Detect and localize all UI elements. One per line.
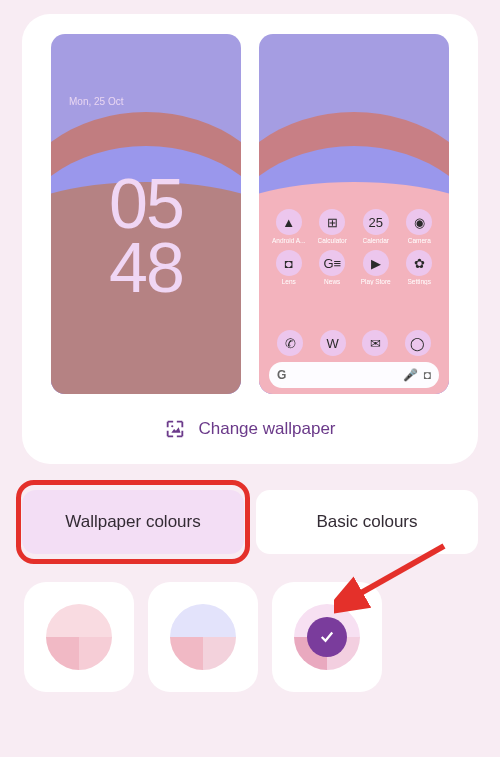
app-4[interactable]: ◘Lens — [269, 250, 309, 285]
tab-basic-label: Basic colours — [316, 512, 417, 531]
app-0[interactable]: ▲Android A... — [269, 209, 309, 244]
homescreen-preview[interactable]: ▲Android A...⊞Calculator25Calendar◉Camer… — [259, 34, 449, 394]
wallpaper-icon — [164, 418, 186, 440]
app-icon: ◘ — [276, 250, 302, 276]
app-label: Lens — [282, 278, 296, 285]
selected-check-icon — [307, 617, 347, 657]
change-wallpaper-label: Change wallpaper — [198, 419, 335, 439]
colour-preview — [170, 604, 236, 670]
app-5[interactable]: G≡News — [313, 250, 353, 285]
change-wallpaper-button[interactable]: Change wallpaper — [42, 418, 458, 440]
swatch-purple[interactable] — [272, 582, 382, 692]
wallpaper-previews: Mon, 25 Oct 05 48 ▲Android A...⊞Calculat… — [42, 34, 458, 394]
google-g-icon: G — [277, 368, 286, 382]
tab-wallpaper-colours[interactable]: Wallpaper colours — [22, 490, 244, 554]
home-dock: ✆W✉◯ — [269, 330, 439, 356]
app-label: Camera — [408, 237, 431, 244]
app-label: News — [324, 278, 340, 285]
app-label: Calendar — [363, 237, 389, 244]
app-1[interactable]: ⊞Calculator — [313, 209, 353, 244]
app-label: Calculator — [318, 237, 347, 244]
tab-basic-colours[interactable]: Basic colours — [256, 490, 478, 554]
dock-browser[interactable]: ◯ — [405, 330, 431, 356]
app-label: Play Store — [361, 278, 391, 285]
dock-wear[interactable]: W — [320, 330, 346, 356]
swatch-blue[interactable] — [148, 582, 258, 692]
app-icon: ⊞ — [319, 209, 345, 235]
app-icon: 25 — [363, 209, 389, 235]
lens-icon[interactable]: ◘ — [424, 368, 431, 382]
app-2[interactable]: 25Calendar — [356, 209, 396, 244]
app-icon: ▶ — [363, 250, 389, 276]
app-6[interactable]: ▶Play Store — [356, 250, 396, 285]
colour-source-tabs: Wallpaper colours Basic colours — [22, 490, 478, 554]
lock-hour: 05 — [51, 172, 241, 236]
svg-point-0 — [172, 425, 174, 427]
colour-preview — [46, 604, 112, 670]
app-3[interactable]: ◉Camera — [400, 209, 440, 244]
lock-date: Mon, 25 Oct — [69, 96, 123, 107]
dock-phone[interactable]: ✆ — [277, 330, 303, 356]
home-app-grid: ▲Android A...⊞Calculator25Calendar◉Camer… — [269, 209, 439, 285]
search-bar[interactable]: G 🎤 ◘ — [269, 362, 439, 388]
mic-icon[interactable]: 🎤 — [403, 368, 418, 382]
lock-time: 05 48 — [51, 172, 241, 301]
lock-minute: 48 — [51, 236, 241, 300]
lockscreen-preview[interactable]: Mon, 25 Oct 05 48 — [51, 34, 241, 394]
swatch-pink[interactable] — [24, 582, 134, 692]
preview-card: Mon, 25 Oct 05 48 ▲Android A...⊞Calculat… — [22, 14, 478, 464]
app-icon: ✿ — [406, 250, 432, 276]
app-icon: ▲ — [276, 209, 302, 235]
app-label: Android A... — [272, 237, 306, 244]
colour-swatches — [24, 582, 476, 692]
app-label: Settings — [408, 278, 432, 285]
dock-messages[interactable]: ✉ — [362, 330, 388, 356]
app-icon: G≡ — [319, 250, 345, 276]
app-7[interactable]: ✿Settings — [400, 250, 440, 285]
tab-wallpaper-label: Wallpaper colours — [65, 512, 200, 531]
app-icon: ◉ — [406, 209, 432, 235]
